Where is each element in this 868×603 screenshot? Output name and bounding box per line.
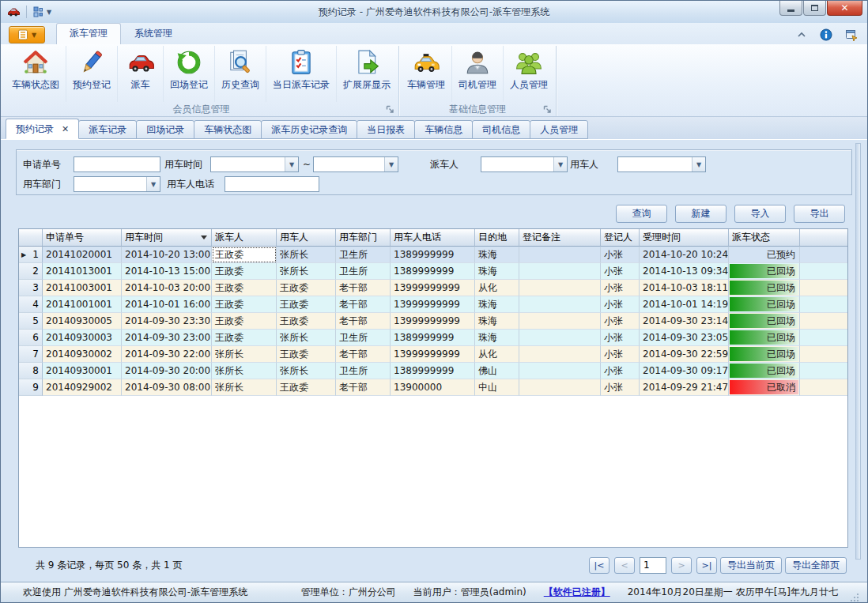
sort-filter-arrow-icon[interactable]	[201, 236, 207, 239]
table-cell[interactable]: 张所长	[277, 330, 336, 346]
table-cell[interactable]: 珠海	[475, 296, 519, 313]
doc-tab-return-records[interactable]: 回场记录	[136, 120, 194, 139]
doc-tab-daily-report[interactable]: 当日报表	[357, 120, 415, 139]
table-cell[interactable]: 小张	[601, 363, 640, 379]
user-combobox[interactable]: ▼	[617, 156, 706, 172]
table-cell[interactable]: 张所长	[212, 346, 277, 363]
request-number-input[interactable]	[74, 156, 160, 172]
chevron-down-icon[interactable]: ▼	[146, 177, 160, 191]
collapse-ribbon-chevron-icon[interactable]	[796, 29, 807, 40]
column-header[interactable]: 目的地	[475, 229, 519, 247]
table-row[interactable]: 6201409300032014-09-30 23:00王政委张所长卫生所138…	[19, 330, 847, 346]
doc-tab-vehicle-status-map[interactable]: 车辆状态图	[194, 120, 262, 139]
table-cell[interactable]: 13999999999	[391, 296, 475, 313]
table-cell[interactable]: 20140930001	[43, 363, 122, 379]
dispatch-status-cell[interactable]: 已预约	[729, 247, 800, 263]
dispatch-status-cell[interactable]: 已回场	[729, 346, 800, 363]
close-button[interactable]: ✕	[827, 1, 862, 16]
table-cell[interactable]: 2014-09-30 08:00	[122, 379, 212, 396]
table-cell[interactable]: 从化	[475, 280, 519, 296]
dispatch-status-cell[interactable]: 已取消	[729, 379, 800, 396]
table-cell[interactable]: 2014-09-30 20:00	[122, 363, 212, 379]
table-cell[interactable]: 小张	[601, 379, 640, 396]
quick-access-toolbar-button[interactable]: ▼	[33, 6, 51, 17]
doc-tab-dispatch-records[interactable]: 派车记录	[78, 120, 137, 139]
column-header[interactable]: 申请单号	[43, 229, 122, 247]
table-cell[interactable]	[519, 296, 601, 313]
table-cell[interactable]: 老干部	[336, 379, 391, 396]
doc-tab-personnel-management[interactable]: 人员管理	[530, 120, 588, 139]
user-phone-input[interactable]	[225, 176, 319, 192]
column-header[interactable]: 派车状态	[729, 229, 800, 247]
table-cell[interactable]: 王政委	[277, 280, 336, 296]
table-cell[interactable]: 20140929002	[43, 379, 122, 396]
license-registered-link[interactable]: 【软件已注册】	[544, 586, 610, 599]
dispatch-status-cell[interactable]: 已回场	[729, 263, 800, 280]
table-cell[interactable]: 1389999999	[391, 330, 475, 346]
table-cell[interactable]: 老干部	[336, 313, 391, 330]
table-cell[interactable]	[519, 379, 601, 396]
dispatcher-combobox[interactable]: ▼	[481, 156, 568, 172]
table-cell[interactable]: 卫生所	[336, 263, 391, 280]
table-row[interactable]: 7201409300022014-09-30 22:00张所长王政委老干部139…	[19, 346, 847, 363]
department-combobox[interactable]: ▼	[74, 176, 160, 192]
table-cell[interactable]: 20140930005	[43, 313, 122, 330]
resize-grip[interactable]	[849, 592, 859, 602]
table-cell[interactable]: 2014-10-20 10:24	[640, 247, 729, 263]
history-query-button[interactable]: 历史查询	[214, 46, 266, 102]
query-button[interactable]: 查询	[616, 205, 667, 223]
first-page-button[interactable]: |<	[589, 557, 609, 574]
table-cell[interactable]: 2014-10-20 13:00	[122, 247, 212, 263]
chevron-down-icon[interactable]: ▼	[384, 157, 398, 171]
table-cell[interactable]: 2014-09-30 22:59	[640, 346, 729, 363]
table-cell[interactable]: 王政委	[212, 247, 277, 263]
doc-tab-dispatch-history-query[interactable]: 派车历史记录查询	[261, 120, 357, 139]
table-cell[interactable]: 1389999999	[391, 247, 475, 263]
table-row[interactable]: 4201410010012014-10-01 16:00王政委王政委老干部139…	[19, 296, 847, 313]
table-cell[interactable]: 小张	[601, 247, 640, 263]
table-cell[interactable]: 13900000	[391, 379, 475, 396]
table-cell[interactable]	[519, 263, 601, 280]
ribbon-tab-system-management[interactable]: 系统管理	[121, 23, 186, 44]
table-cell[interactable]: 20141013001	[43, 263, 122, 280]
skin-window-icon[interactable]	[845, 28, 858, 41]
export-all-pages-button[interactable]: 导出全部页	[785, 557, 847, 574]
tab-close-icon[interactable]: ✕	[62, 124, 69, 134]
table-cell[interactable]: 王政委	[212, 296, 277, 313]
table-row[interactable]: 2201410130012014-10-13 15:00王政委张所长卫生所138…	[19, 263, 847, 280]
table-cell[interactable]: 2014-10-13 15:00	[122, 263, 212, 280]
export-current-page-button[interactable]: 导出当前页	[720, 557, 782, 574]
reservation-register-button[interactable]: 预约登记	[66, 46, 117, 102]
app-logo-car-icon[interactable]	[7, 6, 20, 18]
dispatch-status-cell[interactable]: 已回场	[729, 296, 800, 313]
use-time-to-combobox[interactable]: ▼	[313, 156, 398, 172]
table-cell[interactable]: 王政委	[212, 263, 277, 280]
table-cell[interactable]: 王政委	[212, 280, 277, 296]
vehicle-status-map-button[interactable]: 车辆状态图	[6, 46, 66, 102]
dispatch-vehicle-button[interactable]: 派车	[117, 46, 163, 102]
table-cell[interactable]: 小张	[601, 280, 640, 296]
table-cell[interactable]: 老干部	[336, 296, 391, 313]
table-cell[interactable]: 张所长	[277, 363, 336, 379]
table-cell[interactable]: 张所长	[212, 363, 277, 379]
table-cell[interactable]: 珠海	[475, 247, 519, 263]
table-cell[interactable]: 小张	[601, 296, 640, 313]
column-header[interactable]: 用车时间	[122, 229, 212, 247]
column-header[interactable]: 登记备注	[519, 229, 601, 247]
vehicle-management-button[interactable]: 车辆管理	[401, 46, 451, 102]
column-header[interactable]: 派车人	[212, 229, 277, 247]
table-cell[interactable]: 张所长	[277, 247, 336, 263]
return-register-button[interactable]: 回场登记	[163, 46, 214, 102]
table-cell[interactable]: 13999999999	[391, 346, 475, 363]
table-cell[interactable]: 13999999999	[391, 280, 475, 296]
table-cell[interactable]: 2014-09-30 23:00	[122, 330, 212, 346]
table-cell[interactable]: 卫生所	[336, 330, 391, 346]
info-icon[interactable]	[820, 28, 832, 41]
table-cell[interactable]: 小张	[601, 313, 640, 330]
table-cell[interactable]: 2014-09-30 22:00	[122, 346, 212, 363]
table-cell[interactable]: 王政委	[277, 313, 336, 330]
minimize-button[interactable]	[779, 1, 802, 16]
table-cell[interactable]: 王政委	[277, 296, 336, 313]
table-cell[interactable]: 小张	[601, 346, 640, 363]
table-cell[interactable]: 20141003001	[43, 280, 122, 296]
